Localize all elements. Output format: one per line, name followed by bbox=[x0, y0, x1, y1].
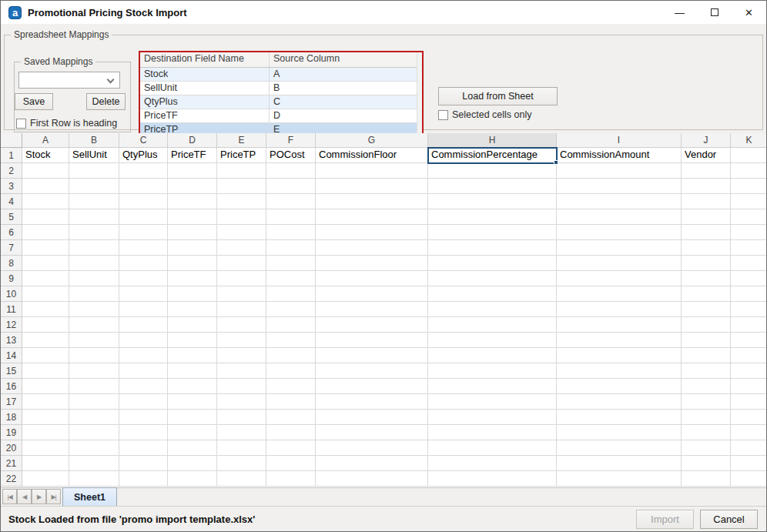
cell-B2[interactable] bbox=[69, 163, 119, 179]
cell-H18[interactable] bbox=[428, 410, 557, 425]
cell-C14[interactable] bbox=[119, 348, 168, 363]
cell-D3[interactable] bbox=[168, 179, 217, 194]
cell-J16[interactable] bbox=[682, 379, 731, 394]
mapping-table-row[interactable]: SellUnitB bbox=[140, 82, 422, 95]
cell-G22[interactable] bbox=[316, 471, 428, 487]
cell-F2[interactable] bbox=[266, 163, 316, 179]
cell-J4[interactable] bbox=[682, 194, 731, 209]
cell-J11[interactable] bbox=[682, 302, 731, 317]
cell-K7[interactable] bbox=[731, 240, 767, 256]
cell-I20[interactable] bbox=[557, 440, 682, 456]
cell-B11[interactable] bbox=[69, 302, 119, 317]
cell-E11[interactable] bbox=[217, 302, 266, 317]
cell-K12[interactable] bbox=[731, 317, 767, 333]
row-header-3[interactable]: 3 bbox=[1, 179, 22, 194]
cell-F18[interactable] bbox=[266, 410, 316, 425]
cell-E19[interactable] bbox=[217, 425, 266, 440]
cell-C22[interactable] bbox=[119, 471, 168, 487]
column-header-H[interactable]: H bbox=[428, 133, 557, 148]
cell-B12[interactable] bbox=[69, 317, 119, 333]
cell-A19[interactable] bbox=[22, 425, 69, 440]
cell-I21[interactable] bbox=[557, 456, 682, 471]
cell-I6[interactable] bbox=[557, 225, 682, 240]
cell-F22[interactable] bbox=[266, 471, 316, 487]
cell-E15[interactable] bbox=[217, 363, 266, 379]
cell-A10[interactable] bbox=[22, 286, 69, 302]
cell-B10[interactable] bbox=[69, 286, 119, 302]
row-header-8[interactable]: 8 bbox=[1, 256, 22, 271]
cell-K4[interactable] bbox=[731, 194, 767, 209]
cell-D7[interactable] bbox=[168, 240, 217, 256]
cell-E7[interactable] bbox=[217, 240, 266, 256]
row-header-20[interactable]: 20 bbox=[1, 440, 22, 456]
row-header-22[interactable]: 22 bbox=[1, 471, 22, 487]
saved-mappings-combobox[interactable] bbox=[18, 72, 120, 89]
selected-cells-only-checkbox[interactable]: Selected cells only bbox=[438, 109, 532, 120]
cell-B16[interactable] bbox=[69, 379, 119, 394]
cell-E16[interactable] bbox=[217, 379, 266, 394]
cell-H20[interactable] bbox=[428, 440, 557, 456]
cell-K19[interactable] bbox=[731, 425, 767, 440]
cell-K9[interactable] bbox=[731, 271, 767, 286]
cell-K16[interactable] bbox=[731, 379, 767, 394]
cell-B6[interactable] bbox=[69, 225, 119, 240]
cell-C16[interactable] bbox=[119, 379, 168, 394]
cell-K22[interactable] bbox=[731, 471, 767, 487]
cell-D19[interactable] bbox=[168, 425, 217, 440]
cell-C3[interactable] bbox=[119, 179, 168, 194]
cell-C2[interactable] bbox=[119, 163, 168, 179]
row-header-17[interactable]: 17 bbox=[1, 394, 22, 410]
cell-G17[interactable] bbox=[316, 394, 428, 410]
cell-F9[interactable] bbox=[266, 271, 316, 286]
cell-J20[interactable] bbox=[682, 440, 731, 456]
cell-F4[interactable] bbox=[266, 194, 316, 209]
cell-B8[interactable] bbox=[69, 256, 119, 271]
cell-G8[interactable] bbox=[316, 256, 428, 271]
cell-J2[interactable] bbox=[682, 163, 731, 179]
cell-D11[interactable] bbox=[168, 302, 217, 317]
cell-F11[interactable] bbox=[266, 302, 316, 317]
row-header-12[interactable]: 12 bbox=[1, 317, 22, 333]
row-header-14[interactable]: 14 bbox=[1, 348, 22, 363]
cell-F8[interactable] bbox=[266, 256, 316, 271]
save-button[interactable]: Save bbox=[15, 93, 53, 110]
cell-G13[interactable] bbox=[316, 333, 428, 348]
column-header-K[interactable]: K bbox=[731, 133, 767, 148]
cell-G9[interactable] bbox=[316, 271, 428, 286]
cell-A15[interactable] bbox=[22, 363, 69, 379]
cell-E13[interactable] bbox=[217, 333, 266, 348]
cell-G16[interactable] bbox=[316, 379, 428, 394]
cell-H8[interactable] bbox=[428, 256, 557, 271]
column-header-B[interactable]: B bbox=[69, 133, 119, 148]
cell-B1[interactable]: SellUnit bbox=[69, 148, 119, 163]
cell-G7[interactable] bbox=[316, 240, 428, 256]
cell-D16[interactable] bbox=[168, 379, 217, 394]
cell-H13[interactable] bbox=[428, 333, 557, 348]
row-header-2[interactable]: 2 bbox=[1, 163, 22, 179]
cell-J5[interactable] bbox=[682, 209, 731, 225]
cell-K10[interactable] bbox=[731, 286, 767, 302]
cell-E8[interactable] bbox=[217, 256, 266, 271]
cell-K15[interactable] bbox=[731, 363, 767, 379]
row-header-18[interactable]: 18 bbox=[1, 410, 22, 425]
cell-H4[interactable] bbox=[428, 194, 557, 209]
cell-A8[interactable] bbox=[22, 256, 69, 271]
cell-K2[interactable] bbox=[731, 163, 767, 179]
cell-K21[interactable] bbox=[731, 456, 767, 471]
cell-G12[interactable] bbox=[316, 317, 428, 333]
cell-J21[interactable] bbox=[682, 456, 731, 471]
cell-C9[interactable] bbox=[119, 271, 168, 286]
cell-A3[interactable] bbox=[22, 179, 69, 194]
cell-F13[interactable] bbox=[266, 333, 316, 348]
cell-B13[interactable] bbox=[69, 333, 119, 348]
cell-A7[interactable] bbox=[22, 240, 69, 256]
cell-H11[interactable] bbox=[428, 302, 557, 317]
cell-D20[interactable] bbox=[168, 440, 217, 456]
cell-A12[interactable] bbox=[22, 317, 69, 333]
cell-G4[interactable] bbox=[316, 194, 428, 209]
cell-J18[interactable] bbox=[682, 410, 731, 425]
cell-H15[interactable] bbox=[428, 363, 557, 379]
cell-K1[interactable] bbox=[731, 148, 767, 163]
fill-handle[interactable] bbox=[554, 160, 558, 165]
cell-G6[interactable] bbox=[316, 225, 428, 240]
